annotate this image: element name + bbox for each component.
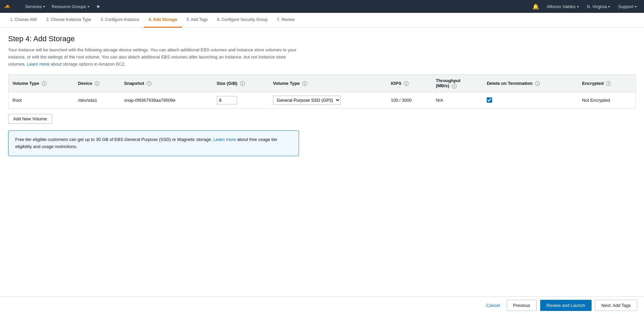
wizard-step-configure-instance[interactable]: 3. Configure Instance (96, 13, 144, 28)
info-box-learn-more-link[interactable]: Learn more (213, 137, 236, 142)
support-menu[interactable]: Support ▾ (615, 0, 640, 13)
cell-throughput: N/A (432, 92, 483, 108)
main-content: Step 4: Add Storage Your instance will b… (0, 28, 644, 163)
bell-icon[interactable]: 🔔 (530, 3, 542, 10)
aws-logo: aws (4, 3, 16, 10)
free-tier-info-box: Free tier eligible customers can get up … (8, 130, 299, 156)
col-header-iops: IOPS i (387, 75, 432, 92)
col-header-size: Size (GiB) i (213, 75, 269, 92)
add-new-volume-button[interactable]: Add New Volume (8, 114, 52, 124)
user-label: Alfonso Valdes (547, 4, 576, 9)
wizard-step-add-tags[interactable]: 5. Add Tags (182, 13, 213, 28)
user-menu[interactable]: Alfonso Valdes ▾ (543, 0, 582, 13)
wizard-step-choose-instance-type[interactable]: 2. Choose Instance Type (42, 13, 96, 28)
volume-type-detail-info-icon[interactable]: i (302, 81, 307, 86)
description-text-2: about storage options in Amazon EC2. (51, 62, 126, 67)
delete-on-termination-info-icon[interactable]: i (535, 81, 540, 86)
services-label: Services (25, 4, 42, 9)
col-header-delete-on-termination: Delete on Termination i (483, 75, 578, 92)
cell-snapshot: snap-0f9367939aa79509e (120, 92, 213, 108)
top-navigation: aws Services ▾ Resource Groups ▾ ★ 🔔 Alf… (0, 0, 644, 13)
encrypted-info-icon[interactable]: i (606, 81, 611, 86)
cell-encrypted: Not Encrypted (578, 92, 636, 108)
table-header-row: Volume Type i Device i Snapshot i Size (… (8, 75, 636, 92)
storage-table: Volume Type i Device i Snapshot i Size (… (8, 75, 636, 108)
wizard-step-choose-ami[interactable]: 1. Choose AMI (5, 13, 42, 28)
device-info-icon[interactable]: i (95, 81, 99, 86)
volume-type-select[interactable]: General Purpose SSD (GP2) General Purpos… (273, 96, 341, 105)
cell-size (213, 92, 269, 108)
col-header-volume-type-detail: Volume Type i (269, 75, 387, 92)
resource-groups-label: Resource Groups (52, 4, 86, 9)
review-and-launch-button[interactable]: Review and Launch (540, 300, 592, 311)
throughput-info-icon[interactable]: i (452, 84, 457, 89)
cancel-button[interactable]: Cancel (483, 301, 503, 310)
storage-table-wrapper: Volume Type i Device i Snapshot i Size (… (8, 74, 636, 108)
size-input[interactable] (217, 96, 237, 104)
next-add-tags-button[interactable]: Next: Add Tags (595, 300, 637, 311)
col-header-snapshot: Snapshot i (120, 75, 213, 92)
cell-delete-on-termination (483, 92, 578, 108)
iops-info-icon[interactable]: i (404, 81, 409, 86)
region-label: N. Virginia (587, 4, 607, 9)
col-header-encrypted: Encrypted i (578, 75, 636, 92)
support-label: Support (618, 4, 634, 9)
info-box-text-1: Free tier eligible customers can get up … (15, 137, 212, 142)
page-title: Step 4: Add Storage (8, 34, 636, 43)
page-description: Your instance will be launched with the … (8, 47, 299, 68)
svg-text:aws: aws (4, 5, 10, 9)
services-menu[interactable]: Services ▾ (22, 0, 48, 13)
col-header-device: Device i (74, 75, 120, 92)
cell-iops: 100 / 3000 (387, 92, 432, 108)
region-menu[interactable]: N. Virginia ▾ (583, 0, 614, 13)
col-header-volume-type: Volume Type i (8, 75, 74, 92)
cell-device: /dev/sda1 (74, 92, 120, 108)
wizard-navigation: 1. Choose AMI 2. Choose Instance Type 3.… (0, 13, 644, 28)
delete-on-termination-checkbox[interactable] (487, 97, 492, 103)
size-info-icon[interactable]: i (240, 81, 245, 86)
cell-volume-type-detail: General Purpose SSD (GP2) General Purpos… (269, 92, 387, 108)
col-header-throughput: Throughput(MB/s) i (432, 75, 483, 92)
snapshot-info-icon[interactable]: i (147, 81, 152, 86)
wizard-step-configure-security-group[interactable]: 6. Configure Security Group (212, 13, 272, 28)
wizard-step-review[interactable]: 7. Review (272, 13, 300, 28)
favorites-icon[interactable]: ★ (93, 0, 104, 13)
learn-more-link-1[interactable]: Learn more (27, 62, 49, 67)
cell-volume-type: Root (8, 92, 74, 108)
table-row: Root /dev/sda1 snap-0f9367939aa79509e Ge… (8, 92, 636, 108)
previous-button[interactable]: Previous (507, 300, 537, 311)
resource-groups-menu[interactable]: Resource Groups ▾ (48, 0, 93, 13)
bottom-footer: Cancel Previous Review and Launch Next: … (0, 296, 644, 314)
wizard-step-add-storage[interactable]: 4. Add Storage (144, 13, 182, 28)
volume-type-info-icon[interactable]: i (42, 81, 47, 86)
